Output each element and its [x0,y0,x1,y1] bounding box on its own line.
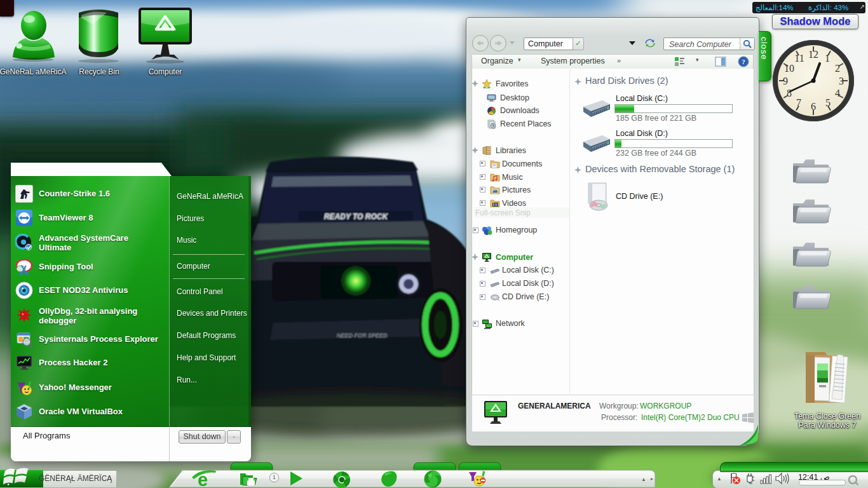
svg-text:1: 1 [825,53,830,64]
svg-text:9: 9 [783,76,788,86]
svg-text:READY TO ROCK: READY TO ROCK [324,212,389,221]
svg-text:7: 7 [796,97,801,108]
svg-text:2: 2 [835,63,840,74]
svg-text:NEED FOR SPEED: NEED FOR SPEED [337,332,388,339]
svg-text:3: 3 [839,76,844,86]
svg-text:5: 5 [825,97,831,108]
svg-text:12: 12 [808,49,818,60]
svg-text:?: ? [742,58,745,65]
svg-text:4: 4 [835,88,840,98]
svg-text:10: 10 [784,63,794,74]
svg-text:11: 11 [794,53,804,64]
svg-text:6: 6 [811,101,816,112]
svg-text:8: 8 [787,88,792,98]
